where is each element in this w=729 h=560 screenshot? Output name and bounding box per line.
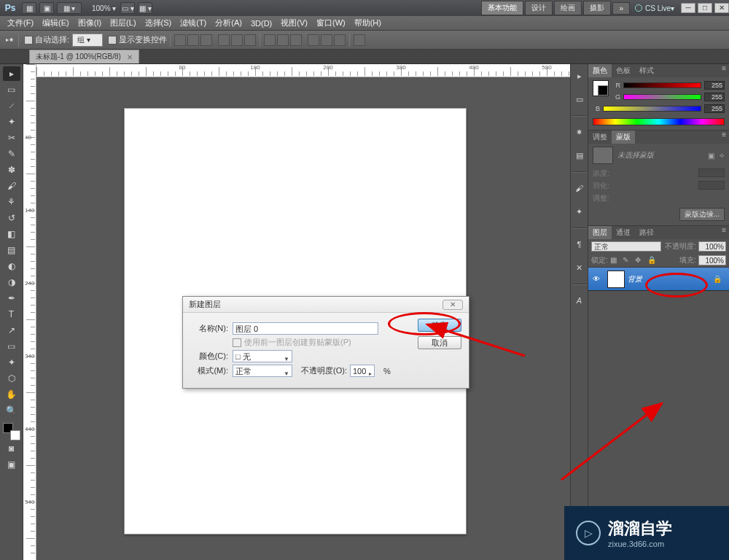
history-panel-icon[interactable]: ▭ — [572, 92, 587, 106]
workspace-design[interactable]: 设计 — [525, 1, 553, 15]
titlebar-btn[interactable]: ▣ — [39, 2, 54, 14]
align-icon[interactable] — [200, 34, 212, 46]
g-slider[interactable] — [623, 94, 701, 100]
eraser-tool[interactable]: ◧ — [3, 227, 20, 241]
titlebar-btn[interactable]: ▦ — [22, 2, 36, 14]
foreground-swatch[interactable] — [593, 80, 609, 96]
titlebar-btn[interactable]: ▭ ▾ — [120, 2, 135, 14]
layer-color-dropdown[interactable]: □ 无▼ — [233, 350, 292, 362]
zoom-tool[interactable]: 🔍 — [3, 403, 20, 418]
blur-tool[interactable]: ◐ — [3, 259, 20, 273]
text-tool[interactable]: T — [3, 307, 20, 322]
menu-select[interactable]: 选择(S) — [141, 16, 176, 30]
pixel-mask-icon[interactable]: ▣ — [708, 152, 714, 160]
tab-adjust[interactable]: 调整 — [588, 131, 612, 144]
color-swatches[interactable] — [3, 423, 20, 440]
vector-mask-icon[interactable]: ✧ — [719, 152, 725, 160]
window-close[interactable]: ✕ — [714, 3, 729, 13]
brush-panel-icon[interactable]: ✷ — [572, 125, 587, 139]
crop-tool[interactable]: ✂ — [3, 131, 20, 145]
workspace-photo[interactable]: 摄影 — [583, 1, 611, 15]
eyedropper-tool[interactable]: ✎ — [3, 147, 20, 161]
hand-tool[interactable]: ✋ — [3, 387, 20, 402]
align-icon[interactable] — [174, 34, 186, 46]
cslive-button[interactable]: CS Live ▾ — [635, 4, 674, 12]
collapse-icon[interactable]: ▸ — [572, 69, 587, 83]
gradient-tool[interactable]: ▤ — [3, 243, 20, 257]
align-icon[interactable] — [218, 34, 230, 46]
ok-button[interactable]: 确定 — [418, 319, 461, 332]
3d-tool[interactable]: ✦ — [3, 355, 20, 370]
tab-style[interactable]: 样式 — [635, 64, 658, 77]
menu-filter[interactable]: 滤镜(T) — [176, 16, 211, 30]
layer-row[interactable]: 👁 背景 🔒 — [588, 268, 729, 291]
stamp-tool[interactable]: ⚘ — [3, 195, 20, 209]
b-value[interactable]: 255 — [704, 104, 725, 113]
shape-tool[interactable]: ▭ — [3, 339, 20, 354]
tab-swatch[interactable]: 色板 — [612, 64, 635, 77]
menu-analysis[interactable]: 分析(A) — [211, 16, 246, 30]
quick-mask-icon[interactable]: ◙ — [3, 441, 20, 456]
heal-tool[interactable]: ✽ — [3, 163, 20, 177]
distribute-icon[interactable] — [321, 34, 332, 46]
lock-all-icon[interactable]: 🔒 — [647, 256, 658, 265]
show-transform-checkbox[interactable] — [108, 36, 117, 44]
tab-paths[interactable]: 路径 — [635, 226, 658, 239]
document-tab[interactable]: 未标题-1 @ 100%(RGB/8) ✕ — [29, 50, 139, 63]
dialog-close-button[interactable]: ✕ — [443, 300, 463, 310]
menu-layer[interactable]: 图层(L) — [106, 16, 140, 30]
menu-window[interactable]: 窗口(W) — [312, 16, 350, 30]
menu-edit[interactable]: 编辑(E) — [38, 16, 74, 30]
menu-help[interactable]: 帮助(H) — [350, 16, 386, 30]
layer-name-input[interactable]: 图层 0 — [233, 322, 378, 335]
opacity-input[interactable]: 100▸ — [350, 365, 375, 377]
fill-value[interactable]: 100% — [698, 255, 726, 265]
auto-select-dropdown[interactable]: 组 ▾ — [72, 34, 103, 47]
align-icon[interactable] — [231, 34, 243, 46]
marquee-tool[interactable]: ▭ — [3, 82, 20, 97]
move-tool-icon[interactable]: ▸★ — [6, 36, 14, 43]
pen-tool[interactable]: ✒ — [3, 291, 20, 306]
3d-tool[interactable]: ⬡ — [3, 371, 20, 386]
blend-mode-dropdown[interactable]: 正常▼ — [233, 365, 292, 377]
workspace-basic[interactable]: 基本功能 — [481, 1, 523, 15]
paragraph-panel-icon[interactable]: ¶ — [572, 237, 587, 252]
distribute-icon[interactable] — [277, 34, 289, 46]
screen-mode-icon[interactable]: ▣ — [3, 457, 20, 472]
close-tab-icon[interactable]: ✕ — [127, 53, 133, 61]
tab-channels[interactable]: 通道 — [612, 226, 635, 239]
wand-tool[interactable]: ✦ — [3, 114, 20, 129]
layer-name[interactable]: 背景 — [628, 274, 642, 284]
panel-menu-icon[interactable]: ≡ — [719, 64, 729, 77]
panel-icon[interactable]: ✕ — [572, 260, 587, 275]
distribute-icon[interactable] — [334, 34, 346, 46]
align-icon[interactable] — [187, 34, 199, 46]
dodge-tool[interactable]: ◑ — [3, 275, 20, 289]
workspace-paint[interactable]: 绘画 — [554, 1, 582, 15]
r-slider[interactable] — [623, 82, 701, 88]
b-slider[interactable] — [603, 106, 701, 112]
spectrum-bar[interactable] — [593, 118, 725, 125]
titlebar-btn[interactable]: ▦ ▾ — [57, 2, 82, 14]
panel-menu-icon[interactable]: ≡ — [719, 226, 729, 239]
menu-3d[interactable]: 3D(D) — [246, 18, 276, 29]
tab-layers[interactable]: 图层 — [588, 226, 612, 239]
brush-tool[interactable]: 🖌 — [3, 179, 20, 193]
align-icon[interactable] — [244, 34, 256, 46]
clone-panel-icon[interactable]: ▤ — [572, 148, 587, 163]
path-tool[interactable]: ↗ — [3, 323, 20, 338]
distribute-icon[interactable] — [308, 34, 319, 46]
history-brush-tool[interactable]: ↺ — [3, 211, 20, 225]
lock-brush-icon[interactable]: ✎ — [623, 256, 633, 265]
titlebar-btn[interactable]: ▦ ▾ — [138, 2, 152, 14]
menu-image[interactable]: 图像(I) — [74, 16, 106, 30]
window-max[interactable]: □ — [698, 3, 712, 13]
distribute-icon[interactable] — [290, 34, 302, 46]
brush-preset-icon[interactable]: 🖌 — [572, 181, 587, 195]
menu-file[interactable]: 文件(F) — [3, 16, 38, 30]
lock-move-icon[interactable]: ✥ — [635, 256, 645, 265]
move-tool[interactable]: ▸ — [3, 66, 20, 81]
visibility-icon[interactable]: 👁 — [588, 275, 604, 283]
mask-edge-button[interactable]: 蒙版边缘... — [679, 208, 725, 221]
tool-preset-icon[interactable]: ✦ — [572, 204, 587, 219]
